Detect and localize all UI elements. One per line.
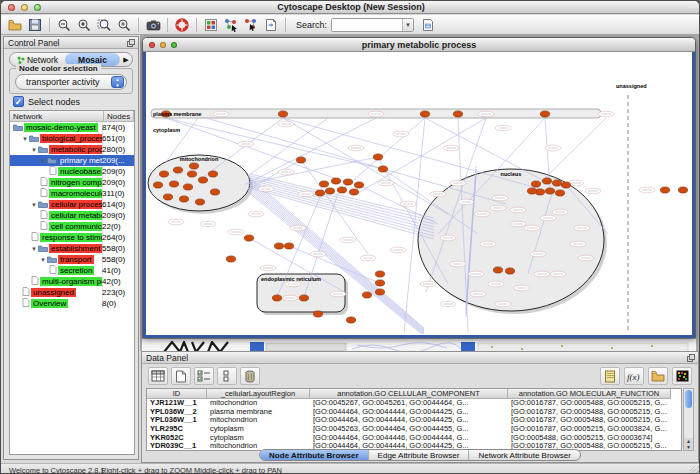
network-node[interactable] [173,167,182,173]
network-node[interactable] [244,235,253,241]
network-node[interactable] [195,199,204,205]
network-node[interactable] [337,187,346,193]
unselect-attributes-icon[interactable] [217,367,237,385]
disclosure-triangle-icon[interactable]: ▼ [40,257,47,263]
open-file-icon[interactable] [5,16,25,34]
view-close-button[interactable] [149,42,155,48]
tree-row-overview[interactable]: Overview8(0) [10,298,134,309]
tree-col-nodes[interactable]: Nodes [104,111,134,122]
network-node[interactable] [535,189,544,195]
attribute-notes-icon[interactable] [600,367,620,385]
network-node[interactable] [362,292,371,298]
close-button[interactable] [8,4,15,11]
network-node[interactable] [210,189,219,195]
network-node[interactable] [159,171,168,177]
tree-row-mosaic-demo-yeast[interactable]: mosaic-demo-yeast874(0) [10,122,134,133]
network-node[interactable] [198,177,207,183]
attribute-file-icon[interactable] [418,16,438,34]
network-view-titlebar[interactable]: primary metabolic process [143,38,695,52]
disclosure-triangle-icon[interactable]: ▼ [31,202,38,208]
minimize-button[interactable] [21,4,28,11]
table-row-ykr052c[interactable]: YKR052Ccytoplasm[GO:0044464, GO:0044446,… [147,434,681,443]
network-node[interactable] [542,178,551,184]
network-node[interactable] [274,243,283,249]
tab-edge-attribute-browser[interactable]: Edge Attribute Browser [369,450,470,460]
network-node[interactable] [545,188,554,194]
network-node[interactable] [552,180,561,186]
network-node[interactable] [284,243,293,249]
zoom-out-icon[interactable] [54,16,74,34]
delete-attribute-icon[interactable] [240,367,260,385]
import-folder-icon[interactable] [648,367,668,385]
network-node[interactable] [169,181,178,187]
disclosure-triangle-icon[interactable]: ▼ [31,246,38,252]
network-node[interactable] [561,182,570,188]
network-node[interactable] [187,171,196,177]
network-node[interactable] [555,190,564,196]
network-node[interactable] [325,188,334,194]
edit-network-a-icon[interactable] [221,16,241,34]
disclosure-triangle-icon[interactable]: ▼ [22,136,29,142]
network-node[interactable] [313,311,322,317]
network-node[interactable] [660,187,669,193]
network-node[interactable] [527,188,536,194]
network-node[interactable] [354,182,363,188]
tree-row-establishment-of-lo[interactable]: ▼establishment of lo558(0) [10,243,134,254]
table-row-ylr295c[interactable]: YLR295Ccytoplasm[GO:0045263, GO:0044464,… [147,425,681,434]
network-canvas[interactable]: plasma membranecytoplasmmitochondrionnuc… [143,52,695,338]
tree-row-transport[interactable]: ▼transport558(0) [10,254,134,265]
network-node[interactable] [183,184,192,190]
disclosure-triangle-icon[interactable]: ▼ [31,147,38,153]
tree-row-macromolecule[interactable]: macromolecule311(0) [10,188,134,199]
table-row-ypl036w__2[interactable]: YPL036W__2plasma membrane[GO:0044464, GO… [147,408,681,417]
network-node[interactable] [163,194,172,200]
network-node[interactable] [153,182,162,188]
search-dropdown-arrow[interactable]: ▼ [402,19,413,31]
import-attributes-icon[interactable] [261,16,281,34]
table-scrollbar[interactable]: ▲▼ [683,388,694,451]
select-nodes-checkbox[interactable]: ✓ [13,96,24,107]
table-col-header[interactable]: annotation.GO MOLECULAR_FUNCTION [508,389,671,399]
network-node[interactable] [453,111,462,117]
tree-col-network[interactable]: Network [10,111,104,122]
tree-row-response-to-stimulu[interactable]: response to stimulu264(0) [10,232,134,243]
save-icon[interactable] [25,16,45,34]
tree-row-multi-organism-pro[interactable]: multi-organism pro42(0) [10,276,134,287]
network-node[interactable] [319,181,328,187]
view-maximize-button[interactable] [171,42,177,48]
network-node[interactable] [346,317,355,323]
new-attribute-icon[interactable] [171,367,191,385]
network-node[interactable] [189,163,198,169]
network-node[interactable] [375,280,384,286]
network-node[interactable] [343,179,352,185]
zoom-selected-icon[interactable] [114,16,134,34]
zoom-fit-icon[interactable] [94,16,114,34]
heatmap-view-icon[interactable] [672,367,692,385]
tree-row-nucleobase-[interactable]: nucleobase-209(0) [10,166,134,177]
network-node[interactable] [315,190,324,196]
network-node[interactable] [331,178,340,184]
network-node[interactable] [296,157,305,163]
disclosure-triangle-icon[interactable]: ▼ [40,158,47,164]
edit-network-b-icon[interactable] [241,16,261,34]
network-node[interactable] [375,271,384,277]
network-node[interactable] [378,166,387,172]
tree-row-secretion[interactable]: secretion41(0) [10,265,134,276]
node-color-select[interactable]: transporter activity ▲▼ [15,74,127,90]
tree-row-cell-communicat[interactable]: cell communicat22(0) [10,221,134,232]
table-row-yjr121w__1[interactable]: YJR121W__1mitochondrion[GO:0045267, GO:0… [147,399,681,408]
attribute-table-icon[interactable] [148,367,168,385]
table-col-header[interactable]: _cellularLayoutRegion [207,389,310,399]
network-node[interactable] [373,154,382,160]
float-panel-icon[interactable] [687,354,695,364]
network-node[interactable] [208,171,217,177]
float-panel-icon[interactable] [127,39,135,49]
tree-row-nitrogen-compo[interactable]: nitrogen compo209(0) [10,177,134,188]
scrollbar-thumb[interactable] [685,390,692,408]
tree-row-cellular-metabol[interactable]: cellular metabol209(0) [10,210,134,221]
tab-node-attribute-browser[interactable]: Node Attribute Browser [260,450,369,460]
tree-row-metabolic-process[interactable]: ▼metabolic process280(0) [10,144,134,155]
network-node[interactable] [375,289,384,295]
table-col-header[interactable]: annotation.GO CELLULAR_COMPONENT [310,389,508,399]
combo-stepper-icon[interactable]: ▲▼ [111,76,124,88]
